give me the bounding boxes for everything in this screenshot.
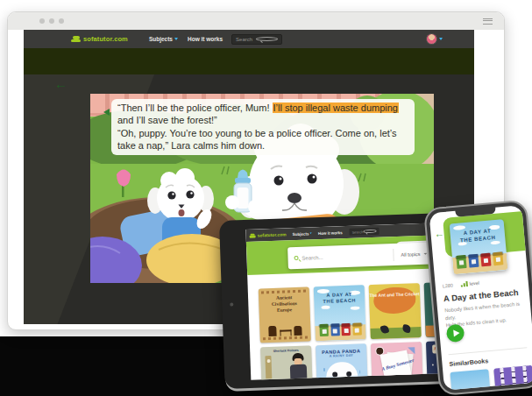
search-placeholder: Search... [301, 252, 393, 261]
audio-marker-icon[interactable] [103, 109, 110, 116]
sofatutor-logo[interactable]: sofatutor.com [71, 35, 128, 43]
book-cover-panda-panda[interactable]: PANDA PANDA A RAINY DAY [316, 343, 368, 380]
story-text-highlighted: I’ll stop illegal waste dumping [273, 103, 399, 113]
recycling-bins [319, 322, 361, 336]
play-button[interactable] [446, 324, 465, 343]
nav-item-subjects[interactable]: Subjects [293, 231, 312, 237]
couch-logo-icon [250, 233, 256, 237]
window-control-dot[interactable] [49, 18, 54, 24]
search-icon [294, 256, 298, 260]
story-text: and I’ll save the forest!” [117, 115, 217, 125]
story-text-paragraph: “Oh, puppy. You’re too young to be a pol… [117, 127, 408, 152]
similar-books-heading: SimilarBooks [449, 357, 488, 367]
nav-search-input[interactable]: Search [231, 34, 282, 45]
marketing-composition: sofatutor.com Subjects How it works Sear… [0, 0, 532, 396]
page-header-band [24, 48, 474, 74]
chevron-down-icon [439, 38, 443, 40]
similar-book-trees[interactable] [493, 365, 532, 391]
similar-books-row: Bob's [450, 365, 532, 391]
book-cover-ant-and-cricket[interactable]: The Ant and The Cricket [369, 283, 422, 339]
logo-text: sofatutor.com [83, 35, 128, 43]
story-text: “Then I’ll be the police officer, Mum! [117, 103, 273, 113]
topics-dropdown[interactable]: All topics [393, 247, 427, 260]
back-arrow-icon[interactable]: ← [54, 76, 67, 91]
nav-item-subjects[interactable]: Subjects [149, 36, 178, 42]
couch-logo-icon [71, 36, 81, 42]
nav-item-how-it-works[interactable]: How it works [188, 36, 223, 42]
chevron-down-icon [174, 38, 178, 40]
search-placeholder: Search [352, 230, 364, 234]
book-title: Ancient Civilisations Europe [259, 293, 310, 314]
search-placeholder: Search [236, 37, 256, 42]
window-control-dot[interactable] [39, 18, 45, 24]
similar-book-bobs[interactable]: Bob's [450, 369, 491, 390]
back-arrow-icon[interactable]: ← [434, 228, 444, 239]
level-row: L280 level [443, 280, 480, 289]
nav-search-input[interactable]: Search [349, 228, 379, 236]
level-label: level [469, 280, 479, 286]
chevron-down-icon [310, 232, 312, 234]
user-menu[interactable] [426, 33, 443, 45]
divider [449, 347, 528, 355]
story-text-box: “Then I’ll be the police officer, Mum! I… [111, 99, 415, 155]
lexile-code: L280 [443, 282, 454, 288]
phone-screen: ← A DAY ATTHE BEACH L280 level A Da [429, 205, 532, 390]
site-navbar: sofatutor.com Subjects How it works Sear… [24, 30, 474, 48]
window-control-dot[interactable] [59, 18, 64, 24]
search-icon[interactable] [256, 37, 278, 41]
hamburger-menu-icon[interactable] [483, 18, 493, 25]
book-title: A DAY ATTHE BEACH [314, 291, 365, 306]
tablet-camera-dot [230, 302, 233, 306]
avatar[interactable] [426, 33, 437, 45]
book-cover-day-at-the-beach[interactable]: A DAY ATTHE BEACH [314, 285, 366, 341]
book-cover-ancient-civilisations[interactable]: Ancient Civilisations Europe [259, 286, 311, 343]
book-series: Sherlock Holmes [260, 348, 311, 353]
nav-item-how-it-works[interactable]: How it works [318, 230, 343, 236]
book-cover-busy-semester[interactable]: A Busy Semester A [371, 342, 423, 380]
browser-titlebar [8, 12, 504, 30]
window-controls[interactable] [39, 18, 64, 24]
book-cover-day-at-the-beach[interactable]: A DAY ATTHE BEACH [450, 219, 508, 274]
level-stairs-icon [461, 281, 468, 287]
search-icon [364, 230, 377, 233]
phone-mockup: ← A DAY ATTHE BEACH L280 level A Da [423, 200, 532, 396]
logo-text[interactable]: sofatutor.com [257, 231, 286, 237]
book-cover-scandal-in-bohemia[interactable]: Sherlock Holmes A Scandal in Bohemia [260, 345, 313, 379]
